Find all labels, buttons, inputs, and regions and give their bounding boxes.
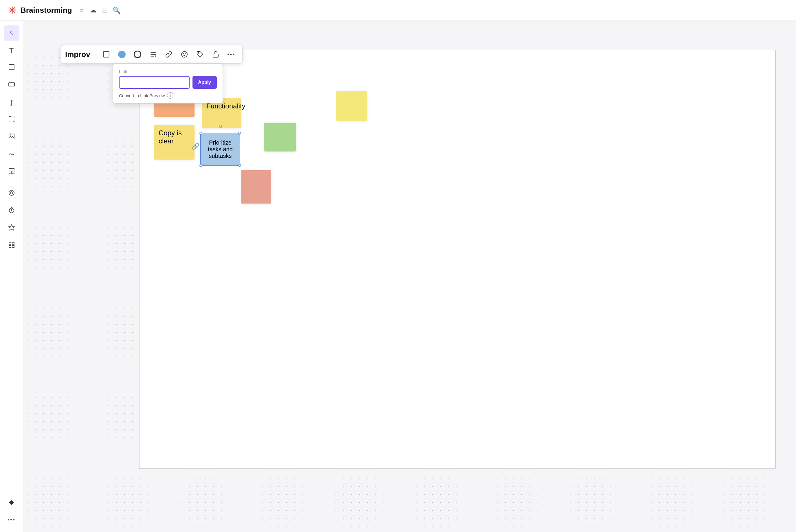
svg-rect-6	[9, 171, 11, 174]
svg-rect-12	[9, 242, 11, 244]
left-sidebar: ↖ T ∫	[0, 21, 23, 532]
svg-rect-14	[9, 245, 11, 247]
toolbar-frame-btn[interactable]	[99, 48, 113, 61]
connector-icon	[8, 189, 15, 198]
toolbar-text-format-btn[interactable]	[146, 48, 160, 61]
sticky-copy-text: Copy is clear	[159, 129, 182, 145]
sidebar-item-text[interactable]: T	[4, 43, 19, 58]
link-apply-button[interactable]: Apply	[193, 76, 217, 89]
favorite-icon[interactable]: ☆	[79, 7, 85, 14]
link-popup-label: Link	[119, 69, 217, 74]
freehand-icon: 〜	[8, 150, 15, 159]
sidebar-item-rectangle[interactable]	[4, 77, 19, 93]
svg-point-10	[9, 190, 14, 195]
header-icons: ☆ ☁ ☰ 🔍	[79, 7, 121, 14]
svg-point-4	[10, 135, 11, 136]
resize-handle-bl[interactable]	[199, 164, 202, 167]
toolbar-more-btn[interactable]: •••	[224, 48, 238, 61]
svg-rect-0	[9, 64, 14, 70]
link-input-row: Apply	[119, 76, 217, 89]
cloud-sync-icon[interactable]: ☁	[90, 7, 96, 14]
svg-rect-1	[9, 83, 15, 86]
grid-icon	[8, 242, 15, 250]
sidebar-item-grid[interactable]	[4, 238, 19, 253]
frame-icon	[8, 63, 15, 72]
image-icon	[8, 133, 15, 142]
sticky-yellow-right[interactable]	[336, 91, 367, 121]
color-blue-dot	[118, 51, 126, 58]
sidebar-item-diamond[interactable]: ◆	[4, 494, 19, 510]
diamond-icon: ◆	[9, 498, 14, 506]
link-input-field[interactable]	[119, 76, 189, 89]
search-icon[interactable]: 🔍	[113, 7, 121, 14]
sidebar-item-pen[interactable]: ∫	[4, 95, 19, 111]
link-convert-row[interactable]: Convert to Link Preview i	[119, 92, 217, 99]
link-popup: Link Apply Convert to Link Preview i	[113, 63, 223, 103]
toolbar-lock-btn[interactable]	[209, 48, 222, 61]
svg-rect-13	[12, 242, 14, 244]
toolbar-document-title: Improv	[65, 50, 93, 59]
app-logo[interactable]: ✳	[8, 5, 16, 16]
toolbar-color-blue-btn[interactable]	[115, 48, 129, 61]
sticky-pink[interactable]	[241, 170, 271, 204]
crop-icon	[8, 116, 15, 124]
color-outlined-dot	[134, 51, 141, 58]
link-floating-icon[interactable]: 🔗	[192, 143, 199, 150]
svg-rect-16	[103, 52, 109, 57]
link-convert-text: Convert to Link Preview	[119, 93, 165, 98]
sidebar-item-star[interactable]	[4, 221, 19, 236]
svg-rect-2	[9, 116, 14, 122]
link-info-icon[interactable]: i	[167, 92, 174, 99]
svg-rect-15	[12, 245, 14, 247]
resize-handle-tr[interactable]	[238, 132, 241, 135]
svg-point-17	[181, 52, 187, 57]
pen-icon: ∫	[11, 99, 12, 107]
svg-point-20	[198, 53, 199, 54]
resize-handle-br[interactable]	[238, 164, 241, 167]
sticky-copy-is-clear[interactable]: Copy is clear	[154, 125, 195, 159]
resize-handle-tl[interactable]	[199, 132, 202, 135]
sidebar-item-select[interactable]: ↖	[4, 25, 19, 41]
floating-toolbar: Improv	[61, 45, 242, 63]
svg-rect-7	[12, 171, 14, 172]
sidebar-item-timer[interactable]	[4, 203, 19, 219]
canvas-area[interactable]: Format Copy is clear Functionality ↺ Pri…	[23, 21, 796, 532]
rotate-handle[interactable]: ↺	[217, 124, 223, 129]
document-title[interactable]: Brainstorming	[21, 6, 72, 15]
header: ✳ Brainstorming ☆ ☁ ☰ 🔍	[0, 0, 796, 21]
sidebar-item-connector[interactable]	[4, 186, 19, 202]
svg-point-19	[185, 54, 185, 54]
menu-icon[interactable]: ☰	[102, 7, 107, 14]
sidebar-item-more[interactable]: •••	[4, 512, 19, 527]
toolbar-link-btn[interactable]	[162, 48, 176, 61]
sticky-green[interactable]	[264, 122, 296, 152]
toolbar-separator-1	[96, 49, 96, 60]
text-icon: T	[9, 46, 14, 55]
template-icon	[8, 168, 15, 176]
sticky-prioritize-text: Prioritize tasks and subtasks	[204, 139, 237, 159]
sidebar-item-image[interactable]	[4, 130, 19, 145]
timer-icon	[8, 207, 15, 215]
svg-rect-5	[9, 169, 14, 170]
sidebar-item-crop[interactable]	[4, 112, 19, 128]
sidebar-item-frame[interactable]	[4, 60, 19, 76]
svg-rect-21	[213, 54, 218, 57]
more-tools-icon: •••	[7, 516, 15, 523]
toolbar-emoji-btn[interactable]	[177, 48, 191, 61]
svg-point-18	[183, 54, 184, 54]
svg-point-9	[11, 192, 13, 194]
star-icon	[8, 224, 15, 233]
toolbar-color-outlined-btn[interactable]	[130, 48, 144, 61]
sidebar-item-freehand[interactable]: 〜	[4, 147, 19, 163]
svg-rect-8	[12, 173, 14, 174]
more-icon: •••	[227, 51, 235, 58]
selected-sticky-prioritize[interactable]: ↺ Prioritize tasks and subtasks	[200, 133, 240, 166]
toolbar-tag-btn[interactable]	[193, 48, 207, 61]
rectangle-icon	[8, 81, 15, 90]
sidebar-item-template[interactable]	[4, 164, 19, 180]
select-icon: ↖	[9, 30, 14, 37]
canvas-frame: Format Copy is clear Functionality ↺ Pri…	[139, 50, 776, 469]
